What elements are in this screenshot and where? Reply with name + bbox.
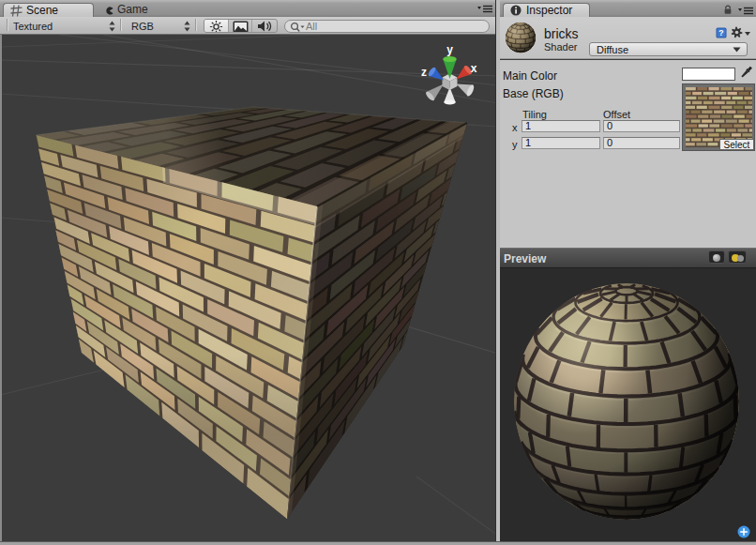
svg-text:x: x [471,62,477,75]
svg-text:z: z [421,66,427,79]
svg-text:y: y [446,43,453,56]
svg-text:?: ? [718,28,723,38]
